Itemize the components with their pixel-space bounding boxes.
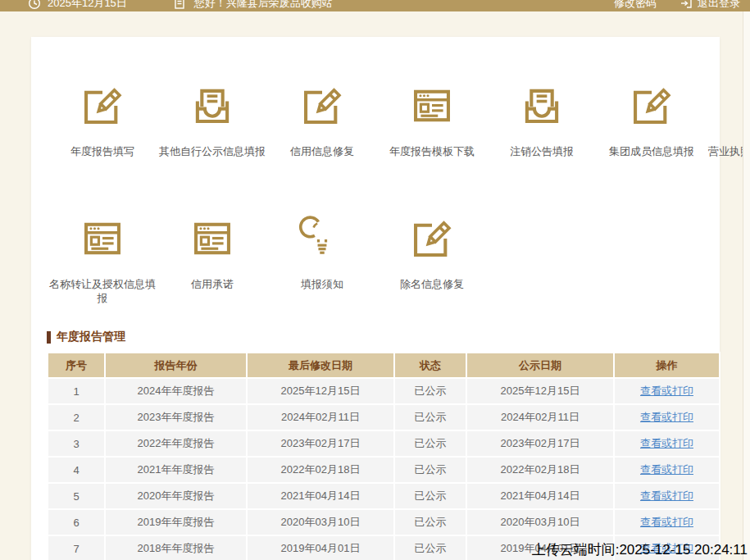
row-number: 4	[48, 457, 105, 483]
edit-square-icon	[298, 82, 346, 130]
action-cell: 查看或打印	[614, 430, 720, 457]
quick-action-item[interactable]: 名称转让及授权信息填报	[48, 215, 157, 305]
quick-actions-row-2: 名称转让及授权信息填报信用承诺填报须知除名信息修复	[48, 215, 703, 305]
table-row: 42021年年度报告2022年02月18日已公示2022年02月18日查看或打印	[48, 457, 720, 483]
last-modified-date: 2025年12月15日	[247, 378, 394, 404]
user-badge-icon	[173, 0, 186, 10]
quick-action-label: 年度报告填写	[48, 144, 157, 158]
quick-action-item[interactable]: 填报须知	[267, 215, 377, 305]
publish-date: 2023年02月17日	[466, 430, 614, 457]
clock-icon	[28, 0, 41, 10]
quick-action-label: 除名信息修复	[377, 277, 487, 291]
change-password-link[interactable]: 修改密码	[614, 0, 657, 11]
report-year: 2019年年度报告	[105, 509, 247, 535]
report-year: 2023年年度报告	[105, 404, 247, 430]
table-row: 62019年年度报告2020年03月10日已公示2020年03月10日查看或打印	[48, 509, 720, 535]
action-cell: 查看或打印	[614, 509, 720, 535]
main-panel: 年度报告填写其他自行公示信息填报信用信息修复年度报告模板下载注销公告填报集团成员…	[31, 37, 720, 560]
topbar-date: 2025年12月15日	[48, 0, 127, 11]
vertical-scrollbar[interactable]	[743, 11, 750, 560]
view-or-print-link[interactable]: 查看或打印	[640, 463, 693, 476]
topbar-greeting: 您好！兴隆县后荣废品收购站	[194, 0, 333, 11]
section-title-marker	[47, 331, 51, 344]
last-modified-date: 2022年02月18日	[247, 457, 394, 483]
section-title-text: 年度报告管理	[57, 330, 125, 344]
section-title: 年度报告管理	[47, 330, 719, 344]
quick-action-label: 名称转让及授权信息填报	[48, 277, 157, 305]
last-modified-date: 2020年03月10日	[247, 509, 394, 535]
quick-action-item[interactable]: 年度报告模板下载	[377, 82, 487, 158]
quick-actions-row-1: 年度报告填写其他自行公示信息填报信用信息修复年度报告模板下载注销公告填报集团成员…	[48, 82, 703, 158]
last-modified-date: 2024年02月11日	[247, 404, 394, 430]
table-header-row: 序号报告年份最后修改日期状态公示日期操作	[48, 353, 720, 378]
quick-action-item[interactable]: 信用信息修复	[267, 82, 377, 158]
publish-date: 2021年04月14日	[466, 483, 614, 509]
report-year: 2024年年度报告	[105, 378, 247, 404]
action-cell: 查看或打印	[614, 457, 720, 483]
report-year: 2021年年度报告	[105, 457, 247, 483]
last-modified-date: 2019年04月01日	[247, 535, 394, 560]
action-cell: 查看或打印	[614, 378, 720, 404]
table-row: 12024年年度报告2025年12月15日已公示2025年12月15日查看或打印	[48, 378, 720, 404]
table-row: 52020年年度报告2021年04月14日已公示2021年04月14日查看或打印	[48, 483, 720, 509]
status: 已公示	[394, 430, 466, 457]
quick-action-label: 填报须知	[267, 277, 377, 291]
publish-date: 2022年02月18日	[466, 457, 614, 483]
table-row: 32022年年度报告2023年02月17日已公示2023年02月17日查看或打印	[48, 430, 720, 457]
quick-action-label: 信用信息修复	[267, 144, 377, 158]
view-or-print-link[interactable]: 查看或打印	[640, 489, 693, 502]
row-number: 2	[48, 404, 105, 430]
status: 已公示	[394, 509, 466, 535]
column-header: 最后修改日期	[247, 353, 394, 378]
quick-action-item[interactable]: 其他自行公示信息填报	[157, 82, 267, 158]
row-number: 1	[48, 378, 105, 404]
row-number: 3	[48, 430, 105, 457]
status: 已公示	[394, 483, 466, 509]
table-row: 22023年年度报告2024年02月11日已公示2024年02月11日查看或打印	[48, 404, 720, 430]
browser-icon	[79, 215, 126, 262]
upload-watermark: 上传云端时间:2025-12-15 20:24:11	[532, 540, 748, 559]
quick-action-item[interactable]: 注销公告填报	[487, 82, 597, 158]
column-header: 状态	[394, 353, 466, 378]
view-or-print-link[interactable]: 查看或打印	[640, 437, 693, 449]
row-number: 6	[48, 509, 105, 535]
report-year: 2018年年度报告	[105, 535, 247, 560]
view-or-print-link[interactable]: 查看或打印	[640, 385, 693, 397]
edit-square-icon	[408, 215, 456, 262]
annual-report-section: 年度报告管理 序号报告年份最后修改日期状态公示日期操作 12024年年度报告20…	[47, 330, 719, 560]
last-modified-date: 2023年02月17日	[247, 430, 394, 457]
publish-date: 2024年02月11日	[466, 404, 614, 430]
logout-link[interactable]: 退出登录	[698, 0, 740, 11]
topbar: 2025年12月15日 您好！兴隆县后荣废品收购站 修改密码 退出登录	[0, 0, 750, 11]
annual-report-table: 序号报告年份最后修改日期状态公示日期操作 12024年年度报告2025年12月1…	[47, 352, 720, 560]
status: 已公示	[394, 457, 466, 483]
edit-square-icon	[79, 82, 126, 130]
view-or-print-link[interactable]: 查看或打印	[640, 411, 693, 423]
logout-icon	[680, 0, 693, 10]
view-or-print-link[interactable]: 查看或打印	[640, 516, 693, 528]
action-cell: 查看或打印	[614, 404, 720, 430]
row-number: 7	[48, 535, 105, 560]
quick-action-item[interactable]: 集团成员信息填报	[597, 82, 707, 158]
row-number: 5	[48, 483, 105, 509]
quick-action-label: 其他自行公示信息填报	[157, 144, 267, 158]
inbox-icon	[518, 82, 566, 130]
column-header: 报告年份	[105, 353, 247, 378]
quick-action-item[interactable]: 除名信息修复	[377, 215, 487, 305]
column-header: 公示日期	[466, 353, 614, 378]
column-header: 序号	[48, 353, 105, 378]
edit-square-icon	[628, 82, 675, 130]
quick-action-label: 集团成员信息填报	[597, 144, 707, 158]
inbox-icon	[189, 82, 236, 130]
quick-action-item[interactable]: 年度报告填写	[48, 82, 157, 158]
quick-action-item[interactable]: 信用承诺	[157, 215, 267, 305]
last-modified-date: 2021年04月14日	[247, 483, 394, 509]
column-header: 操作	[614, 353, 720, 378]
report-year: 2022年年度报告	[105, 430, 247, 457]
status: 已公示	[394, 535, 466, 560]
browser-icon	[189, 215, 236, 262]
status: 已公示	[394, 404, 466, 430]
action-cell: 查看或打印	[614, 483, 720, 509]
quick-action-label: 注销公告填报	[487, 144, 597, 158]
status: 已公示	[394, 378, 466, 404]
